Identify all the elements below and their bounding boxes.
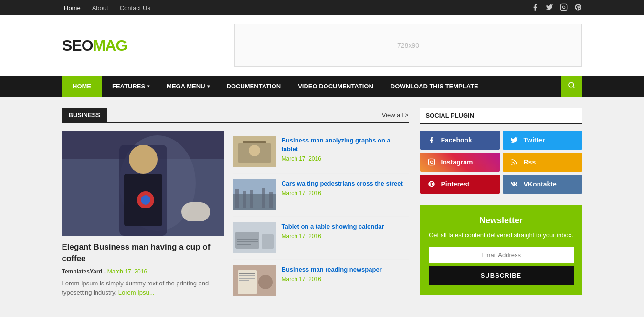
business-section-header: BUSINESS View all > [62,108,409,123]
post-info-3: Tablet on a table showing calendar March… [282,222,409,253]
instagram-icon[interactable] [560,3,568,12]
vkontakte-button[interactable]: VKontakte [503,175,582,194]
twitter-button[interactable]: Twitter [503,131,582,150]
instagram-btn-icon [427,157,436,167]
svg-rect-28 [237,244,251,245]
svg-rect-26 [237,239,258,240]
featured-date: March 17, 2016 [107,268,147,275]
post-thumb-2 [233,179,276,210]
svg-line-3 [573,87,574,88]
instagram-btn-label: Instagram [441,158,473,166]
ad-banner: 728x90 [234,24,582,67]
view-all-link[interactable]: View all > [382,111,409,119]
post-date-4: March 17, 2016 [282,276,409,283]
post-title-3[interactable]: Tablet on a table showing calendar [282,222,409,231]
featured-excerpt: Lorem Ipsum is simply dummy text of the … [62,279,224,297]
svg-rect-25 [235,232,259,249]
svg-rect-33 [239,275,255,276]
svg-rect-21 [250,190,253,208]
post-title-4[interactable]: Business man reading newspaper [282,265,409,274]
header: SEOMAG 728x90 [0,15,644,76]
nav-features[interactable]: FEATURES ▾ [104,76,158,97]
nav-download[interactable]: DOWNLOAD THIS TEMPLATE [382,76,487,97]
rss-button[interactable]: Rss [503,153,582,172]
social-plugin-title: SOCIAL PLUGIN [420,108,582,124]
post-title-2[interactable]: Cars waiting pedestrians cross the stree… [282,179,409,188]
twitter-icon[interactable] [546,3,553,12]
logo-seo: SEO [62,37,93,54]
featured-post: Elegant Business man having a cup of cof… [62,131,224,302]
topbar-social [531,3,582,12]
search-button[interactable] [561,76,582,97]
sidebar: SOCIAL PLUGIN Facebook Twitter [420,108,582,302]
vkontakte-btn-icon [509,179,519,189]
post-info-2: Cars waiting pedestrians cross the stree… [282,179,409,210]
features-arrow-icon: ▾ [147,84,149,89]
svg-rect-35 [239,280,249,281]
business-grid: Elegant Business man having a cup of cof… [62,131,409,302]
post-item: Business man analyzing graphs on a table… [233,131,409,174]
featured-title[interactable]: Elegant Business man having a cup of cof… [62,241,224,264]
post-date-2: March 17, 2016 [282,190,409,197]
instagram-button[interactable]: Instagram [420,153,500,172]
post-title-1[interactable]: Business man analyzing graphs on a table… [282,136,409,153]
nav-mega-menu[interactable]: MEGA MENU ▾ [158,76,218,97]
svg-rect-16 [243,141,266,143]
facebook-btn-icon [427,135,436,145]
excerpt-read-more[interactable]: Lorem Ipsu... [118,289,155,296]
svg-rect-27 [237,241,258,242]
topbar-nav-contact[interactable]: Contact Us [118,4,152,11]
nav-documentation[interactable]: DOCUMENTATION [218,76,290,97]
facebook-btn-label: Facebook [441,136,472,144]
nav-mega-label: MEGA MENU [167,83,205,90]
pinterest-btn-label: Pinterest [441,180,470,188]
post-date-3: March 17, 2016 [282,233,409,240]
rss-btn-icon [509,157,519,167]
nav-features-label: FEATURES [112,83,145,90]
logo[interactable]: SEOMAG [62,37,127,55]
facebook-button[interactable]: Facebook [420,131,500,150]
pinterest-icon[interactable] [574,3,582,12]
pinterest-btn-icon [427,179,436,189]
search-icon [568,81,575,91]
post-thumb-4 [233,265,276,296]
social-plugin-section: SOCIAL PLUGIN Facebook Twitter [420,108,582,194]
social-grid: Facebook Twitter Instagram [420,131,582,194]
svg-rect-37 [428,159,434,165]
nav-home[interactable]: HOME [62,76,102,97]
post-info-1: Business man analyzing graphs on a table… [282,136,409,167]
svg-rect-10 [181,202,210,221]
meta-separator: - [104,268,107,275]
svg-point-36 [258,275,273,289]
mega-arrow-icon: ▾ [207,84,210,89]
post-info-4: Business man reading newspaper March 17,… [282,265,409,296]
svg-rect-19 [235,189,239,208]
post-item: Tablet on a table showing calendar March… [233,217,409,260]
newsletter-email-input[interactable] [429,247,574,263]
featured-image [62,131,224,236]
content-area: BUSINESS View all > [62,108,409,302]
topbar-nav-about[interactable]: About [90,4,110,11]
svg-rect-29 [262,234,274,249]
post-thumb-1 [233,136,276,167]
facebook-icon[interactable] [531,3,539,12]
svg-rect-0 [560,4,567,10]
business-title: BUSINESS [62,108,107,122]
pinterest-button[interactable]: Pinterest [420,175,500,194]
post-item: Business man reading newspaper March 17,… [233,260,409,302]
svg-point-8 [129,145,158,174]
twitter-btn-label: Twitter [524,136,545,144]
main-content: BUSINESS View all > [62,108,582,302]
svg-rect-20 [243,191,246,208]
svg-rect-34 [239,278,255,279]
newsletter-description: Get all latest content delivered straigh… [429,230,574,240]
newsletter-subscribe-button[interactable]: SUBSCRIBE [429,266,574,285]
nav-video-docs[interactable]: VIDEO DOCUMENTATION [289,76,382,97]
post-list: Business man analyzing graphs on a table… [233,131,409,302]
post-date-1: March 17, 2016 [282,155,409,162]
vkontakte-btn-label: VKontakte [524,180,557,188]
topbar-nav-home[interactable]: Home [62,4,83,11]
svg-rect-22 [262,188,265,208]
navbar: HOME FEATURES ▾ MEGA MENU ▾ DOCUMENTATIO… [0,76,644,97]
featured-meta: TemplatesYard - March 17, 2016 [62,268,224,275]
